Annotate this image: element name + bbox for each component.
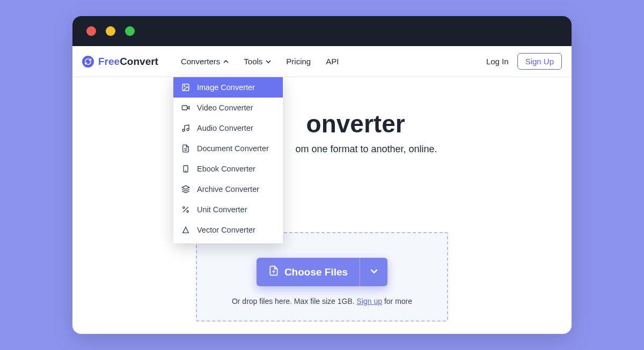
chevron-down-icon [266,59,271,64]
ebook-icon [181,164,191,174]
main-content: File Converter Easily convert files from… [72,77,572,322]
svg-point-1 [184,86,185,87]
drop-zone[interactable]: Choose Files Or drop files here. Max fil… [196,232,448,322]
hero-subtitle: Easily convert files from one format to … [72,144,572,155]
nav-pricing[interactable]: Pricing [286,57,311,66]
hero-title: File Converter [72,109,572,138]
audio-icon [181,123,191,133]
login-link[interactable]: Log In [486,57,509,66]
hero-subtitle-fragment: om one format to another, online. [295,144,437,154]
choose-files-button[interactable]: Choose Files [257,258,387,286]
window-minimize-icon[interactable] [106,26,115,36]
dropdown-item-archive-converter[interactable]: Archive Converter [173,179,283,199]
choose-files-dropdown-button[interactable] [360,258,387,286]
brand-icon [82,56,94,68]
svg-line-7 [183,207,188,212]
window-close-icon[interactable] [86,26,96,36]
nav-tools-label: Tools [244,57,262,66]
nav-converters-label: Converters [181,57,220,66]
archive-icon [181,184,191,194]
dropdown-item-label: Vector Converter [197,226,255,234]
dropdown-item-video-converter[interactable]: Video Converter [173,98,283,118]
dropdown-item-label: Audio Converter [197,124,253,132]
video-icon [181,103,191,113]
drop-hint-post: for more [382,297,412,306]
nav-pricing-label: Pricing [286,57,311,66]
nav-converters[interactable]: Converters [181,57,229,66]
signup-button[interactable]: Sign Up [517,53,562,70]
dropdown-item-label: Archive Converter [197,185,259,193]
navbar: FreeConvert Converters Tools Pricing API [72,46,572,77]
nav-tools[interactable]: Tools [244,57,271,66]
window-titlebar [72,16,572,46]
unit-icon [181,205,191,214]
hero-title-fragment: onverter [306,110,405,138]
drop-hint: Or drop files here. Max file size 1GB. S… [208,297,436,306]
svg-rect-2 [182,106,187,110]
dropdown-item-unit-converter[interactable]: Unit Converter [173,199,283,220]
drop-hint-pre: Or drop files here. Max file size 1GB. [232,297,357,306]
document-icon [181,144,191,153]
dropdown-item-ebook-converter[interactable]: Ebook Converter [173,159,283,179]
nav-api-label: API [326,57,339,66]
dropdown-item-image-converter[interactable]: Image Converter [173,77,283,98]
vector-icon [181,225,191,235]
choose-files-main[interactable]: Choose Files [257,258,360,286]
dropdown-item-label: Video Converter [197,103,253,112]
dropdown-item-label: Unit Converter [197,205,247,214]
dropdown-item-label: Document Converter [197,144,269,153]
image-icon [181,83,191,92]
dropdown-item-label: Image Converter [197,83,255,92]
dropdown-item-audio-converter[interactable]: Audio Converter [173,118,283,138]
nav-right: Log In Sign Up [486,53,562,70]
choose-files-label: Choose Files [284,266,348,278]
svg-point-8 [183,207,185,208]
window-maximize-icon[interactable] [125,26,135,36]
brand-text-1: Free [98,56,120,67]
nav-links: Converters Tools Pricing API [181,57,339,66]
dropdown-item-label: Ebook Converter [197,165,255,173]
app-window: FreeConvert Converters Tools Pricing API [72,16,572,334]
converters-dropdown: Image Converter Video Converter Audio Co… [173,77,283,243]
dropdown-item-document-converter[interactable]: Document Converter [173,138,283,159]
nav-api[interactable]: API [326,57,339,66]
chevron-down-icon [370,267,378,277]
dropdown-item-vector-converter[interactable]: Vector Converter [173,220,283,240]
file-add-icon [268,265,279,279]
brand-logo[interactable]: FreeConvert [82,56,158,68]
svg-point-9 [187,211,188,212]
drop-hint-signup-link[interactable]: Sign up [357,297,382,306]
brand-text-2: Convert [120,56,158,67]
chevron-up-icon [223,59,229,64]
